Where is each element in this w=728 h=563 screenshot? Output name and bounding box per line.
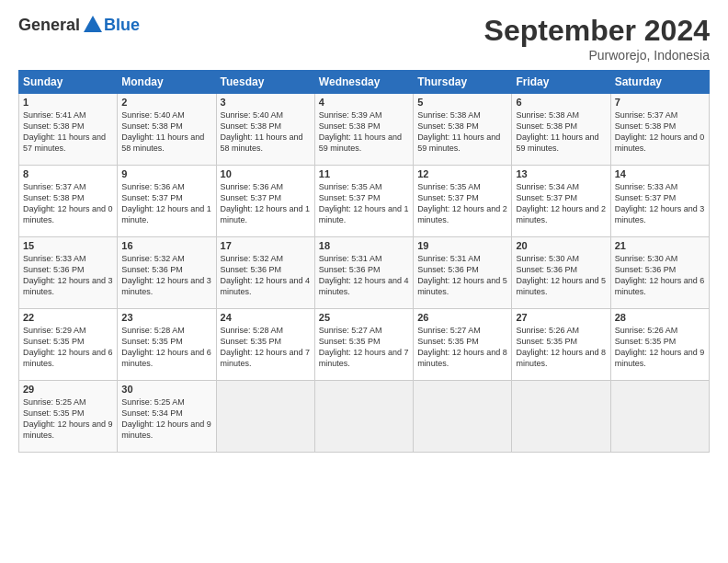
- calendar-cell: 19Sunrise: 5:31 AM Sunset: 5:36 PM Dayli…: [414, 237, 512, 309]
- calendar-cell: 9Sunrise: 5:36 AM Sunset: 5:37 PM Daylig…: [118, 166, 216, 237]
- calendar-cell: 18Sunrise: 5:31 AM Sunset: 5:36 PM Dayli…: [314, 237, 413, 309]
- calendar-cell: 14Sunrise: 5:33 AM Sunset: 5:37 PM Dayli…: [610, 166, 709, 237]
- day-number: 1: [23, 97, 113, 108]
- day-number: 30: [121, 384, 211, 395]
- calendar-cell: [610, 381, 709, 453]
- header-row: SundayMondayTuesdayWednesdayThursdayFrid…: [19, 71, 710, 94]
- day-info: Sunrise: 5:38 AM Sunset: 5:38 PM Dayligh…: [516, 109, 606, 155]
- calendar-cell: 28Sunrise: 5:26 AM Sunset: 5:35 PM Dayli…: [610, 309, 709, 381]
- week-row-4: 22Sunrise: 5:29 AM Sunset: 5:35 PM Dayli…: [19, 309, 710, 381]
- title-block: September 2024 Purworejo, Indonesia: [484, 14, 710, 63]
- week-row-2: 8Sunrise: 5:37 AM Sunset: 5:38 PM Daylig…: [19, 166, 710, 237]
- day-info: Sunrise: 5:41 AM Sunset: 5:38 PM Dayligh…: [23, 109, 113, 155]
- day-number: 12: [417, 168, 507, 179]
- day-info: Sunrise: 5:38 AM Sunset: 5:38 PM Dayligh…: [417, 109, 507, 155]
- month-title: September 2024: [484, 14, 710, 48]
- calendar-cell: 6Sunrise: 5:38 AM Sunset: 5:38 PM Daylig…: [512, 94, 610, 166]
- day-info: Sunrise: 5:33 AM Sunset: 5:37 PM Dayligh…: [615, 181, 705, 226]
- day-info: Sunrise: 5:30 AM Sunset: 5:36 PM Dayligh…: [615, 253, 705, 298]
- calendar-cell: 5Sunrise: 5:38 AM Sunset: 5:38 PM Daylig…: [414, 94, 512, 166]
- day-number: 26: [417, 312, 507, 323]
- day-info: Sunrise: 5:34 AM Sunset: 5:37 PM Dayligh…: [516, 181, 606, 226]
- day-number: 5: [417, 97, 507, 108]
- week-row-1: 1Sunrise: 5:41 AM Sunset: 5:38 PM Daylig…: [19, 94, 710, 166]
- calendar-cell: 29Sunrise: 5:25 AM Sunset: 5:35 PM Dayli…: [19, 381, 118, 453]
- day-number: 7: [615, 97, 705, 108]
- day-info: Sunrise: 5:39 AM Sunset: 5:38 PM Dayligh…: [319, 109, 409, 155]
- calendar-cell: 7Sunrise: 5:37 AM Sunset: 5:38 PM Daylig…: [610, 94, 709, 166]
- day-number: 15: [23, 240, 113, 251]
- day-info: Sunrise: 5:35 AM Sunset: 5:37 PM Dayligh…: [319, 181, 409, 226]
- calendar-cell: 20Sunrise: 5:30 AM Sunset: 5:36 PM Dayli…: [512, 237, 610, 309]
- day-number: 28: [615, 312, 705, 323]
- calendar-cell: 17Sunrise: 5:32 AM Sunset: 5:36 PM Dayli…: [216, 237, 314, 309]
- day-info: Sunrise: 5:31 AM Sunset: 5:36 PM Dayligh…: [417, 253, 507, 298]
- day-info: Sunrise: 5:25 AM Sunset: 5:35 PM Dayligh…: [23, 396, 113, 442]
- day-number: 27: [516, 312, 606, 323]
- calendar-cell: 11Sunrise: 5:35 AM Sunset: 5:37 PM Dayli…: [314, 166, 413, 237]
- header-day-wednesday: Wednesday: [314, 71, 413, 94]
- svg-marker-0: [84, 16, 102, 32]
- calendar-cell: 25Sunrise: 5:27 AM Sunset: 5:35 PM Dayli…: [314, 309, 413, 381]
- calendar-cell: 15Sunrise: 5:33 AM Sunset: 5:36 PM Dayli…: [19, 237, 118, 309]
- day-info: Sunrise: 5:28 AM Sunset: 5:35 PM Dayligh…: [221, 325, 311, 370]
- day-info: Sunrise: 5:28 AM Sunset: 5:35 PM Dayligh…: [121, 325, 211, 370]
- day-number: 3: [221, 97, 311, 108]
- calendar-cell: 2Sunrise: 5:40 AM Sunset: 5:38 PM Daylig…: [118, 94, 216, 166]
- location: Purworejo, Indonesia: [484, 48, 710, 63]
- calendar-cell: 24Sunrise: 5:28 AM Sunset: 5:35 PM Dayli…: [216, 309, 314, 381]
- logo-general: General: [18, 16, 80, 35]
- logo-icon: [82, 14, 104, 36]
- header-day-sunday: Sunday: [19, 71, 118, 94]
- day-info: Sunrise: 5:36 AM Sunset: 5:37 PM Dayligh…: [121, 181, 211, 226]
- header-day-friday: Friday: [512, 71, 610, 94]
- calendar-cell: 13Sunrise: 5:34 AM Sunset: 5:37 PM Dayli…: [512, 166, 610, 237]
- calendar-cell: 23Sunrise: 5:28 AM Sunset: 5:35 PM Dayli…: [118, 309, 216, 381]
- logo-blue: Blue: [104, 16, 140, 35]
- day-number: 23: [121, 312, 211, 323]
- day-info: Sunrise: 5:27 AM Sunset: 5:35 PM Dayligh…: [319, 325, 409, 370]
- calendar-cell: 30Sunrise: 5:25 AM Sunset: 5:34 PM Dayli…: [118, 381, 216, 453]
- day-number: 14: [615, 168, 705, 179]
- calendar-cell: 16Sunrise: 5:32 AM Sunset: 5:36 PM Dayli…: [118, 237, 216, 309]
- header-day-monday: Monday: [118, 71, 216, 94]
- calendar-cell: [314, 381, 413, 453]
- day-info: Sunrise: 5:40 AM Sunset: 5:38 PM Dayligh…: [221, 109, 311, 155]
- calendar-container: General Blue September 2024 Purworejo, I…: [0, 0, 728, 462]
- day-info: Sunrise: 5:31 AM Sunset: 5:36 PM Dayligh…: [319, 253, 409, 298]
- day-info: Sunrise: 5:29 AM Sunset: 5:35 PM Dayligh…: [23, 325, 113, 370]
- day-info: Sunrise: 5:26 AM Sunset: 5:35 PM Dayligh…: [516, 325, 606, 370]
- day-info: Sunrise: 5:37 AM Sunset: 5:38 PM Dayligh…: [615, 109, 705, 155]
- day-info: Sunrise: 5:36 AM Sunset: 5:37 PM Dayligh…: [221, 181, 311, 226]
- day-info: Sunrise: 5:27 AM Sunset: 5:35 PM Dayligh…: [417, 325, 507, 370]
- day-number: 2: [121, 97, 211, 108]
- calendar-cell: 10Sunrise: 5:36 AM Sunset: 5:37 PM Dayli…: [216, 166, 314, 237]
- calendar-cell: [216, 381, 314, 453]
- day-number: 11: [319, 168, 409, 179]
- day-info: Sunrise: 5:33 AM Sunset: 5:36 PM Dayligh…: [23, 253, 113, 298]
- day-info: Sunrise: 5:32 AM Sunset: 5:36 PM Dayligh…: [221, 253, 311, 298]
- day-number: 20: [516, 240, 606, 251]
- day-number: 13: [516, 168, 606, 179]
- day-number: 17: [221, 240, 311, 251]
- day-info: Sunrise: 5:32 AM Sunset: 5:36 PM Dayligh…: [121, 253, 211, 298]
- calendar-cell: 26Sunrise: 5:27 AM Sunset: 5:35 PM Dayli…: [414, 309, 512, 381]
- day-number: 8: [23, 168, 113, 179]
- day-number: 16: [121, 240, 211, 251]
- header-day-tuesday: Tuesday: [216, 71, 314, 94]
- calendar-cell: 1Sunrise: 5:41 AM Sunset: 5:38 PM Daylig…: [19, 94, 118, 166]
- week-row-3: 15Sunrise: 5:33 AM Sunset: 5:36 PM Dayli…: [19, 237, 710, 309]
- header-day-thursday: Thursday: [414, 71, 512, 94]
- day-info: Sunrise: 5:35 AM Sunset: 5:37 PM Dayligh…: [417, 181, 507, 226]
- calendar-cell: 8Sunrise: 5:37 AM Sunset: 5:38 PM Daylig…: [19, 166, 118, 237]
- day-number: 4: [319, 97, 409, 108]
- calendar-cell: 4Sunrise: 5:39 AM Sunset: 5:38 PM Daylig…: [314, 94, 413, 166]
- calendar-cell: 22Sunrise: 5:29 AM Sunset: 5:35 PM Dayli…: [19, 309, 118, 381]
- calendar-cell: 3Sunrise: 5:40 AM Sunset: 5:38 PM Daylig…: [216, 94, 314, 166]
- calendar-cell: 27Sunrise: 5:26 AM Sunset: 5:35 PM Dayli…: [512, 309, 610, 381]
- calendar-cell: 12Sunrise: 5:35 AM Sunset: 5:37 PM Dayli…: [414, 166, 512, 237]
- day-info: Sunrise: 5:37 AM Sunset: 5:38 PM Dayligh…: [23, 181, 113, 226]
- calendar-cell: [512, 381, 610, 453]
- day-number: 22: [23, 312, 113, 323]
- day-number: 10: [221, 168, 311, 179]
